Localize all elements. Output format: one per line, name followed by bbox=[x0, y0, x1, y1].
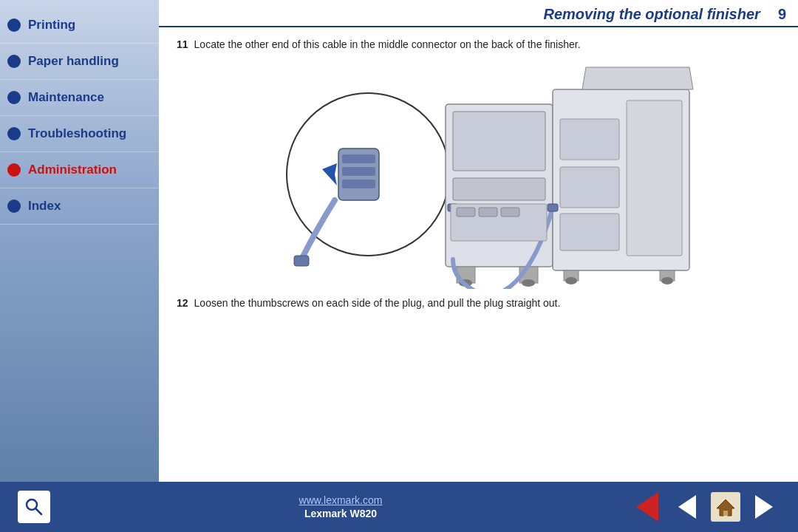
next-arrow-icon bbox=[755, 495, 773, 519]
svg-rect-17 bbox=[560, 214, 619, 250]
dot-icon bbox=[7, 91, 21, 104]
svg-rect-6 bbox=[294, 256, 309, 266]
sidebar-item-label: Printing bbox=[28, 18, 75, 33]
dot-icon bbox=[7, 163, 21, 177]
step11-text: Locate the other end of this cable in th… bbox=[194, 38, 581, 50]
illustration-area bbox=[177, 60, 780, 289]
sidebar-item-maintenance[interactable]: Maintenance bbox=[0, 80, 159, 116]
search-button[interactable] bbox=[18, 491, 50, 523]
dot-icon bbox=[7, 55, 21, 68]
step11: 11Locate the other end of this cable in … bbox=[177, 38, 780, 52]
home-button[interactable] bbox=[711, 492, 740, 522]
sidebar-item-administration[interactable]: Administration bbox=[0, 152, 159, 188]
svg-rect-4 bbox=[342, 180, 375, 188]
sidebar-item-label: Maintenance bbox=[28, 90, 104, 105]
main-container: Printing Paper handling Maintenance Trou… bbox=[0, 0, 798, 482]
step12: 12Loosen the thumbscrews on each side of… bbox=[177, 296, 780, 311]
dot-icon bbox=[7, 200, 21, 213]
page-number: 9 bbox=[778, 6, 786, 23]
step12-text: Loosen the thumbscrews on each side of t… bbox=[194, 297, 561, 309]
sidebar-item-label: Troubleshooting bbox=[28, 126, 126, 141]
step11-number: 11 bbox=[177, 38, 188, 50]
prev-page-button[interactable] bbox=[631, 491, 664, 523]
sidebar-item-troubleshooting[interactable]: Troubleshooting bbox=[0, 116, 159, 152]
sidebar: Printing Paper handling Maintenance Trou… bbox=[0, 0, 159, 482]
sidebar-item-printing[interactable]: Printing bbox=[0, 7, 159, 44]
footer-left bbox=[18, 491, 50, 523]
svg-rect-18 bbox=[627, 100, 682, 256]
svg-rect-2 bbox=[342, 154, 375, 163]
svg-rect-9 bbox=[453, 178, 545, 200]
footer-model: Lexmark W820 bbox=[304, 508, 377, 519]
svg-rect-15 bbox=[560, 119, 619, 160]
svg-point-22 bbox=[661, 277, 673, 284]
footer: www.lexmark.com Lexmark W820 bbox=[0, 482, 798, 532]
step12-number: 12 bbox=[177, 297, 188, 309]
dot-icon bbox=[7, 127, 21, 140]
home-icon bbox=[715, 497, 736, 517]
back-arrow-icon bbox=[678, 495, 696, 519]
svg-point-13 bbox=[522, 279, 535, 287]
next-button[interactable] bbox=[748, 491, 780, 523]
svg-rect-3 bbox=[342, 167, 375, 176]
content-area: Removing the optional finisher 9 11Locat… bbox=[159, 0, 798, 482]
content-body: 11Locate the other end of this cable in … bbox=[159, 27, 798, 482]
illustration-svg bbox=[257, 60, 700, 289]
footer-nav bbox=[631, 491, 780, 523]
sidebar-item-label: Index bbox=[28, 199, 61, 214]
svg-rect-26 bbox=[457, 208, 475, 216]
svg-rect-16 bbox=[560, 167, 619, 208]
svg-rect-32 bbox=[723, 511, 728, 516]
svg-rect-8 bbox=[453, 112, 545, 171]
footer-url[interactable]: www.lexmark.com bbox=[299, 494, 383, 506]
page-header: Removing the optional finisher 9 bbox=[159, 0, 798, 27]
page-title: Removing the optional finisher bbox=[544, 6, 760, 23]
dot-icon bbox=[7, 18, 21, 32]
svg-rect-23 bbox=[548, 204, 558, 211]
search-icon bbox=[24, 497, 44, 517]
svg-rect-28 bbox=[501, 208, 519, 216]
svg-line-30 bbox=[36, 509, 42, 515]
sidebar-item-label: Paper handling bbox=[28, 54, 119, 69]
prev-arrow-icon bbox=[636, 492, 658, 522]
footer-center: www.lexmark.com Lexmark W820 bbox=[299, 494, 383, 519]
svg-rect-27 bbox=[479, 208, 497, 216]
svg-point-21 bbox=[565, 277, 577, 284]
sidebar-item-label: Administration bbox=[28, 163, 117, 177]
sidebar-item-paper-handling[interactable]: Paper handling bbox=[0, 44, 159, 80]
back-button[interactable] bbox=[671, 491, 703, 523]
sidebar-item-index[interactable]: Index bbox=[0, 188, 159, 225]
